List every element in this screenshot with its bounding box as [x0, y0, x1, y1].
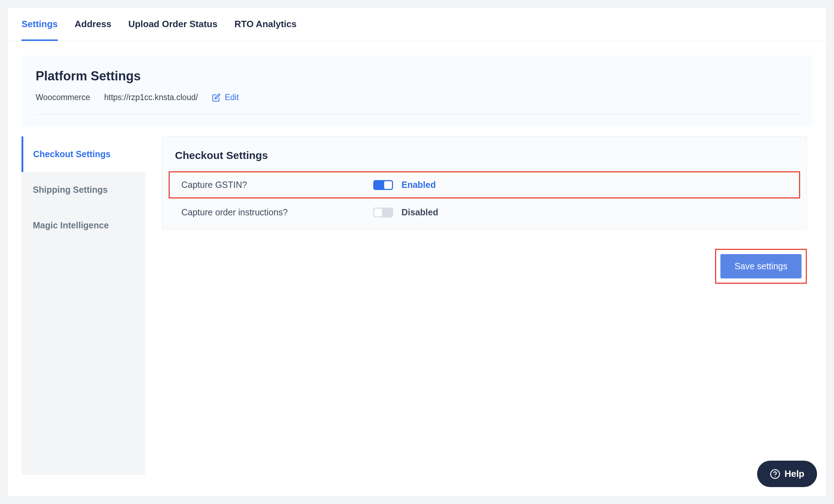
edit-label: Edit	[225, 93, 239, 102]
settings-side-nav: Checkout Settings Shipping Settings Magi…	[22, 136, 145, 475]
content-column: Checkout Settings Capture GSTIN? Enabled…	[162, 136, 812, 475]
tab-address[interactable]: Address	[75, 7, 111, 41]
edit-icon	[212, 93, 220, 102]
checkout-settings-card: Checkout Settings Capture GSTIN? Enabled…	[162, 136, 807, 229]
platform-settings-panel: Platform Settings Woocommerce https://rz…	[22, 55, 812, 127]
toggle-capture-gstin[interactable]	[373, 180, 393, 190]
save-settings-button[interactable]: Save settings	[720, 254, 802, 278]
help-icon	[770, 469, 780, 479]
platform-settings-title: Platform Settings	[36, 69, 798, 84]
edit-platform-link[interactable]: Edit	[212, 93, 239, 102]
side-item-magic-intelligence[interactable]: Magic Intelligence	[23, 208, 145, 243]
setting-row-capture-order-instructions: Capture order instructions? Disabled	[169, 199, 800, 226]
state-label-capture-order-instructions: Disabled	[401, 207, 438, 217]
tab-upload-order-status[interactable]: Upload Order Status	[128, 7, 218, 41]
setting-label-capture-gstin: Capture GSTIN?	[181, 180, 365, 190]
platform-name: Woocommerce	[36, 93, 90, 102]
help-widget[interactable]: Help	[757, 461, 817, 487]
help-label: Help	[785, 468, 804, 479]
state-label-capture-gstin: Enabled	[401, 180, 436, 190]
toggle-capture-order-instructions[interactable]	[373, 208, 393, 217]
setting-label-capture-order-instructions: Capture order instructions?	[181, 207, 365, 217]
side-item-shipping-settings[interactable]: Shipping Settings	[23, 172, 145, 208]
tab-rto-analytics[interactable]: RTO Analytics	[234, 7, 296, 41]
main-panel: Settings Address Upload Order Status RTO…	[7, 7, 827, 497]
save-wrap: Save settings	[162, 249, 807, 284]
inner-wrap: Platform Settings Woocommerce https://rz…	[7, 41, 827, 489]
side-item-checkout-settings[interactable]: Checkout Settings	[22, 136, 145, 172]
top-tabs: Settings Address Upload Order Status RTO…	[7, 7, 827, 41]
checkout-settings-title: Checkout Settings	[162, 149, 806, 171]
platform-divider	[36, 114, 798, 115]
platform-url: https://rzp1cc.knsta.cloud/	[104, 93, 198, 102]
tab-settings[interactable]: Settings	[22, 7, 58, 41]
settings-body: Checkout Settings Shipping Settings Magi…	[22, 136, 812, 475]
platform-info-row: Woocommerce https://rzp1cc.knsta.cloud/ …	[36, 93, 798, 102]
setting-row-capture-gstin: Capture GSTIN? Enabled	[169, 171, 800, 198]
save-highlight-box: Save settings	[715, 249, 807, 284]
